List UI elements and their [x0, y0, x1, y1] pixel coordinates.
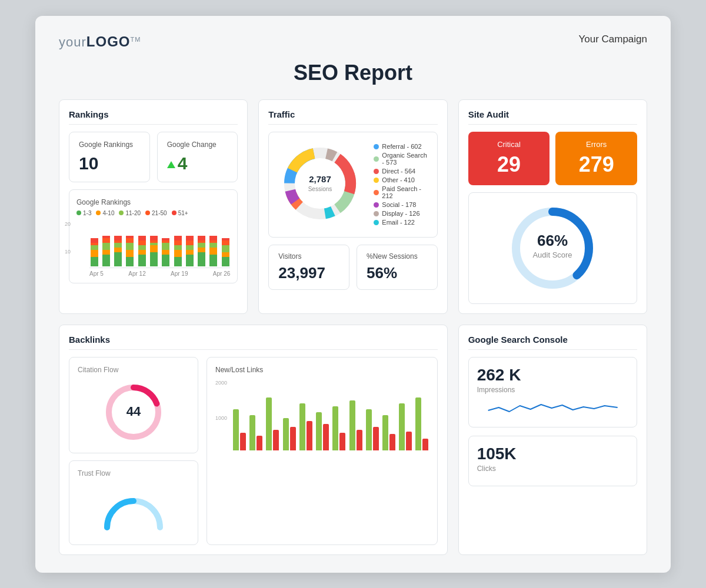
audit-top-row: Critical 29 Errors 279 — [468, 132, 637, 185]
backlinks-y-labels: 2000 1000 — [215, 380, 227, 450]
bar-group — [209, 236, 218, 266]
donut-dot — [374, 202, 379, 208]
donut-legend-item: Organic Search - 573 — [374, 152, 429, 166]
new-bar — [283, 418, 289, 450]
bar-segment — [222, 245, 229, 252]
legend-dot-51plus — [172, 211, 176, 215]
trust-donut-wrap — [78, 483, 189, 536]
trust-flow-label: Trust Flow — [78, 469, 189, 477]
bar-segment — [102, 255, 110, 266]
lost-bar — [339, 433, 345, 450]
bar-group — [125, 236, 135, 266]
donut-legend-item: Direct - 564 — [374, 168, 429, 175]
rankings-title: Rankings — [69, 109, 238, 125]
bar-segment — [126, 238, 134, 243]
bar-segment — [126, 257, 134, 266]
new-bar — [233, 409, 239, 450]
lost-bar — [422, 439, 428, 450]
new-sessions-label: %New Sessions — [367, 252, 428, 260]
rankings-legend: 1-3 4-10 11-20 21-50 — [76, 210, 230, 216]
traffic-title: Traffic — [268, 109, 437, 125]
legend-21-50: 21-50 — [145, 210, 167, 216]
new-bar — [399, 403, 405, 450]
bar-segment — [91, 245, 98, 250]
backlinks-title: Backlinks — [69, 335, 438, 350]
new-bar — [316, 412, 322, 450]
bar-segment — [186, 250, 194, 255]
bar-segment — [174, 240, 182, 245]
page-title: SEO Report — [59, 61, 647, 85]
donut-dot — [374, 190, 379, 195]
report-header: yourLOGOTM Your Campaign — [59, 34, 647, 50]
trust-flow-card: Trust Flow — [69, 460, 198, 545]
bar-segment — [150, 252, 158, 266]
gsc-section: Google Search Console 262 K Impressions … — [458, 325, 647, 555]
donut-dot — [374, 211, 379, 216]
bar-group — [221, 238, 230, 266]
traffic-section: Traffic 2,787Sessions Referral - 602Orga… — [258, 99, 447, 314]
bar-segment — [186, 240, 194, 245]
legend-label-4-10: 4-10 — [102, 210, 114, 216]
bar-segment — [91, 238, 98, 243]
impressions-value: 262 K — [477, 366, 628, 385]
legend-dot-21-50 — [145, 211, 150, 215]
rankings-chart-card: Google Rankings 1-3 4-10 11-20 — [69, 189, 238, 283]
legend-dot-11-20 — [119, 211, 124, 215]
legend-4-10: 4-10 — [96, 210, 114, 216]
bar-segment — [126, 243, 134, 250]
donut-legend-item: Display - 126 — [374, 210, 429, 217]
donut-dot — [374, 220, 379, 225]
site-audit-title: Site Audit — [468, 109, 637, 125]
backlinks-inner: Citation Flow 44 Trust Flow — [69, 357, 438, 545]
backlink-bar-group — [415, 397, 428, 450]
bar-segment — [114, 252, 122, 266]
backlinks-bar-chart — [233, 380, 429, 450]
trust-donut-svg — [101, 483, 166, 536]
backlink-bar-group — [349, 400, 362, 450]
backlink-bar-group — [249, 415, 262, 450]
bar-group — [185, 236, 194, 266]
bar-segment — [150, 236, 158, 240]
bar-segment — [126, 250, 134, 257]
clicks-label: Clicks — [477, 465, 628, 473]
legend-label-11-20: 11-20 — [125, 210, 141, 216]
google-change-card: Google Change 4 — [157, 132, 238, 182]
dashboard-grid: Rankings Google Rankings 10 Google Chang… — [59, 99, 647, 555]
legend-dot-4-10 — [96, 211, 101, 215]
bar-segment — [102, 243, 110, 250]
up-arrow-icon — [167, 161, 175, 168]
logo: yourLOGOTM — [59, 34, 141, 50]
google-rankings-card: Google Rankings 10 — [69, 132, 150, 182]
bar-segment — [186, 255, 194, 266]
bar-segment — [91, 250, 98, 257]
bar-segment — [114, 248, 122, 252]
new-bar — [266, 397, 272, 450]
legend-11-20: 11-20 — [119, 210, 141, 216]
bar-segment — [209, 248, 217, 255]
bar-group — [89, 238, 99, 266]
citation-donut-svg: 44 — [101, 380, 166, 445]
google-rankings-label: Google Rankings — [79, 141, 140, 149]
bar-segment — [91, 257, 98, 266]
svg-text:Sessions: Sessions — [308, 186, 332, 192]
bar-segment — [198, 243, 205, 248]
donut-legend-item: Paid Search - 212 — [374, 185, 429, 199]
bar-segment — [138, 250, 146, 255]
logo-tm: TM — [130, 35, 141, 42]
backlink-bar-group — [266, 397, 279, 450]
backlink-bar-group — [399, 403, 412, 450]
bar-segment — [222, 240, 229, 245]
bar-segment — [186, 236, 194, 240]
new-bar — [366, 409, 372, 450]
campaign-label: Your Campaign — [578, 34, 647, 45]
bar-segment — [138, 255, 146, 266]
gsc-inner: 262 K Impressions 105K Clicks — [468, 357, 637, 486]
new-bar — [415, 397, 421, 450]
legend-label-21-50: 21-50 — [152, 210, 167, 216]
lost-bar — [307, 421, 312, 450]
google-rankings-value: 10 — [79, 153, 140, 173]
donut-legend-item: Social - 178 — [374, 201, 429, 208]
new-bar — [249, 415, 255, 450]
legend-1-3: 1-3 — [76, 210, 91, 216]
bar-segment — [209, 236, 217, 240]
